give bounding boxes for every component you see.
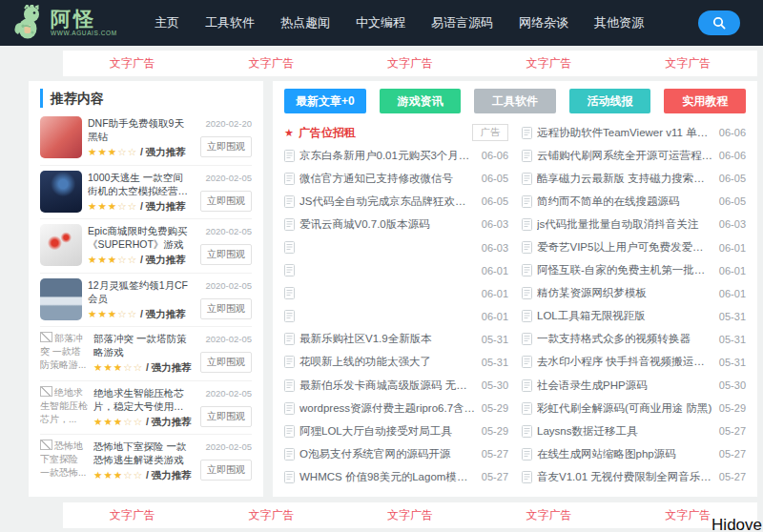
recommended-item[interactable]: 绝地求生智能压枪芯片，... 绝地求生智能压枪芯片，稳定大号使用，永久免费 ★★… — [40, 381, 252, 436]
recommended-item[interactable]: Epic商城限时免费购买《SUPERHOT》游戏 ★★★☆☆ / 强力推荐 20… — [40, 219, 252, 274]
recommended-item[interactable]: 恐怖地下室探险 一款恐怖... 恐怖地下室探险 一款恐怖逃生解谜类游戏 ★★★☆… — [40, 435, 252, 489]
article-title[interactable]: 阿怪互联-自家的免费主机第一批正式开启 — [537, 263, 714, 277]
article-row[interactable]: 一款支持格式众多的视频转换器 05-31 — [522, 328, 746, 351]
article-row[interactable]: WHMCS 价值98美元的Lagom模板开源 05-27 — [284, 465, 508, 488]
ad-slot-row[interactable]: ★ 广告位招租 广告 — [284, 121, 508, 144]
article-title[interactable]: 爱讯云商城V0.7.0版本源码 — [299, 217, 477, 232]
text-ad-link[interactable]: 文字广告 — [110, 507, 155, 523]
article-row[interactable]: 去水印小程序 快手抖音视频搬运工上热门... 05-31 — [522, 351, 746, 374]
view-now-button[interactable]: 立即围观 — [200, 191, 252, 212]
article-title[interactable]: 爱奇艺VIP5以上用户可免费发爱奇艺VIP红包 — [537, 240, 714, 255]
article-row[interactable]: 彩虹代刷全解源码(可商业用途 防黑) 05-29 — [522, 397, 746, 419]
category-tab[interactable]: 游戏资讯 — [380, 89, 462, 113]
article-row[interactable]: 音友V1.01 无视付费限制全网音乐无损免费... 05-27 — [522, 465, 746, 488]
article-title[interactable]: 简约而不简单的在线搜题源码 — [537, 194, 714, 209]
article-title[interactable]: 云铺购代刷网系统全开源可运营程序搭建 — [537, 149, 714, 163]
article-title[interactable]: 微信官方通知已支持修改微信号 — [299, 172, 477, 186]
article-title[interactable]: Laysns数据迁移工具 — [537, 424, 714, 439]
item-title[interactable]: Epic商城限时免费购买《SUPERHOT》游戏 — [88, 224, 191, 251]
article-title[interactable]: 最新伯乐发卡商城高级版源码 无后门 — [299, 379, 477, 393]
article-row[interactable]: 爱讯云商城V0.7.0版本源码 06-03 — [284, 213, 508, 235]
text-ad-link[interactable]: 文字广告 — [387, 55, 433, 72]
article-title[interactable]: 最新乐购社区V1.9全新版本 — [299, 332, 477, 346]
article-title[interactable]: 精仿某资源网织梦模板 — [537, 286, 714, 300]
item-title[interactable]: 12月灵狐签约领1月CF会员 — [88, 278, 191, 305]
nav-menu-item[interactable]: 中文编程 — [356, 14, 405, 31]
article-row[interactable]: 简约而不简单的在线搜题源码 06-05 — [522, 190, 746, 213]
article-row[interactable]: 微信官方通知已支持修改微信号 06-05 — [284, 167, 508, 190]
article-row[interactable]: 在线生成网站缩略图php源码 05-27 — [522, 442, 746, 465]
article-row[interactable]: LOL工具箱无限视距版 05-31 — [522, 305, 746, 328]
article-row[interactable]: 酷享磁力云最新版 支持磁力搜索下载和一... 06-05 — [522, 167, 746, 190]
article-row[interactable]: 最新伯乐发卡商城高级版源码 无后门 05-30 — [284, 374, 508, 397]
article-row[interactable]: js代码批量批量自动取消抖音关注 06-03 — [522, 213, 746, 235]
article-row[interactable]: wordpress资源付费主题ripro6.7含美化包... 05-29 — [284, 397, 508, 419]
item-title[interactable]: DNF助手免费领取9天黑钻 — [88, 116, 191, 143]
article-row[interactable]: 精仿某资源网织梦模板 06-01 — [522, 282, 746, 305]
category-tab[interactable]: 活动线报 — [569, 89, 651, 113]
recommended-item[interactable]: 1000天逃生 一款空间街机的太空模拟经营游戏 ★★★☆☆ / 强力推荐 202… — [40, 166, 252, 220]
item-title[interactable]: 恐怖地下室探险 一款恐怖逃生解谜类游戏 — [93, 440, 191, 466]
article-title[interactable]: wordpress资源付费主题ripro6.7含美化包... — [299, 401, 477, 416]
nav-menu-item[interactable]: 其他资源 — [594, 14, 644, 31]
view-now-button[interactable]: 立即围观 — [200, 136, 252, 157]
nav-menu-item[interactable]: 主页 — [155, 14, 179, 31]
article-title[interactable]: 花呗新上线的功能太强大了 — [299, 355, 477, 369]
text-ad-link[interactable]: 文字广告 — [110, 55, 155, 72]
text-ad-link[interactable]: 文字广告 — [526, 507, 572, 523]
nav-menu-item[interactable]: 易语言源码 — [431, 14, 493, 31]
ad-slot-label[interactable]: 广告位招租 — [299, 125, 356, 141]
article-title[interactable]: 音友V1.01 无视付费限制全网音乐无损免费... — [537, 470, 714, 484]
article-row[interactable]: 阿狸LOL大厅自动接受对局工具 05-29 — [284, 419, 508, 442]
article-title[interactable]: WHMCS 价值98美元的Lagom模板开源 — [299, 470, 477, 484]
article-row[interactable]: 远程协助软件TeamViewer v11 单文件版 06-06 — [522, 121, 746, 144]
article-title[interactable]: JS代码全自动完成京东品牌狂欢城活动任务 — [299, 194, 477, 209]
nav-menu-item[interactable]: 网络杂谈 — [519, 14, 568, 31]
article-title[interactable]: 去水印小程序 快手抖音视频搬运工上热门... — [537, 355, 714, 369]
article-row[interactable]: 06-01 — [284, 259, 508, 282]
category-tab[interactable]: 实用教程 — [664, 89, 746, 113]
text-ad-link[interactable]: 文字广告 — [248, 55, 294, 72]
recommended-item[interactable]: DNF助手免费领取9天黑钻 ★★★☆☆ / 强力推荐 2020-02-20 立即… — [40, 112, 252, 166]
article-row[interactable]: Laysns数据迁移工具 05-27 — [522, 419, 746, 442]
nav-menu-item[interactable]: 热点趣闻 — [280, 14, 330, 31]
recommended-item[interactable]: 部落冲突 一款塔防策略游... 部落冲突 一款塔防策略游戏 ★★★☆☆ / 强力… — [40, 327, 252, 381]
article-title[interactable]: 阿狸LOL大厅自动接受对局工具 — [299, 424, 477, 439]
recommended-item[interactable]: 12月灵狐签约领1月CF会员 ★★★☆☆ / 强力推荐 2020-02-05 立… — [40, 274, 252, 328]
view-now-button[interactable]: 立即围观 — [200, 298, 252, 319]
view-now-button[interactable]: 立即围观 — [200, 460, 252, 481]
article-title[interactable]: 彩虹代刷全解源码(可商业用途 防黑) — [537, 401, 714, 416]
category-tab[interactable]: 最新文章+0 — [284, 89, 366, 113]
item-title[interactable]: 1000天逃生 一款空间街机的太空模拟经营游戏 — [88, 171, 191, 197]
article-row[interactable]: 云铺购代刷网系统全开源可运营程序搭建 06-06 — [522, 144, 746, 167]
article-row[interactable]: 社会语录生成PHP源码 05-30 — [522, 374, 746, 397]
article-title[interactable]: 在线生成网站缩略图php源码 — [537, 447, 714, 461]
view-now-button[interactable]: 立即围观 — [200, 244, 252, 265]
article-title[interactable]: LOL工具箱无限视距版 — [537, 309, 714, 323]
article-row[interactable]: 爱奇艺VIP5以上用户可免费发爱奇艺VIP红包 06-01 — [522, 235, 746, 258]
site-logo[interactable]: 阿怪 WWW.AGUAIS.COM — [13, 5, 145, 41]
view-now-button[interactable]: 立即围观 — [200, 352, 252, 373]
article-row[interactable]: 06-01 — [284, 305, 508, 328]
article-title[interactable]: 酷享磁力云最新版 支持磁力搜索下载和一... — [537, 172, 714, 186]
text-ad-link[interactable]: 文字广告 — [665, 507, 711, 523]
article-row[interactable]: 06-03 — [284, 235, 508, 258]
text-ad-link[interactable]: 文字广告 — [526, 55, 572, 72]
item-title[interactable]: 绝地求生智能压枪芯片，稳定大号使用，永久免费 — [93, 386, 191, 413]
article-row[interactable]: JS代码全自动完成京东品牌狂欢城活动任务 06-05 — [284, 190, 508, 213]
article-row[interactable]: O泡易支付系统官网的源码开源 05-27 — [284, 442, 508, 465]
article-row[interactable]: 最新乐购社区V1.9全新版本 05-31 — [284, 328, 508, 351]
article-title[interactable]: 远程协助软件TeamViewer v11 单文件版 — [537, 126, 714, 140]
article-title[interactable]: O泡易支付系统官网的源码开源 — [299, 447, 477, 461]
view-now-button[interactable]: 立即围观 — [200, 406, 252, 427]
article-row[interactable]: 阿怪互联-自家的免费主机第一批正式开启 06-01 — [522, 259, 746, 282]
article-row[interactable]: 花呗新上线的功能太强大了 05-31 — [284, 351, 508, 374]
text-ad-link[interactable]: 文字广告 — [248, 507, 294, 523]
article-row[interactable]: 06-01 — [284, 282, 508, 305]
article-title[interactable]: 一款支持格式众多的视频转换器 — [537, 332, 714, 346]
nav-menu-item[interactable]: 工具软件 — [205, 14, 255, 31]
article-title[interactable]: js代码批量批量自动取消抖音关注 — [537, 217, 714, 232]
article-title[interactable]: 社会语录生成PHP源码 — [537, 379, 714, 393]
search-button[interactable] — [698, 10, 740, 35]
article-title[interactable]: 京东白条新用户0.01元购买3个月爱奇艺黄... — [299, 149, 477, 163]
